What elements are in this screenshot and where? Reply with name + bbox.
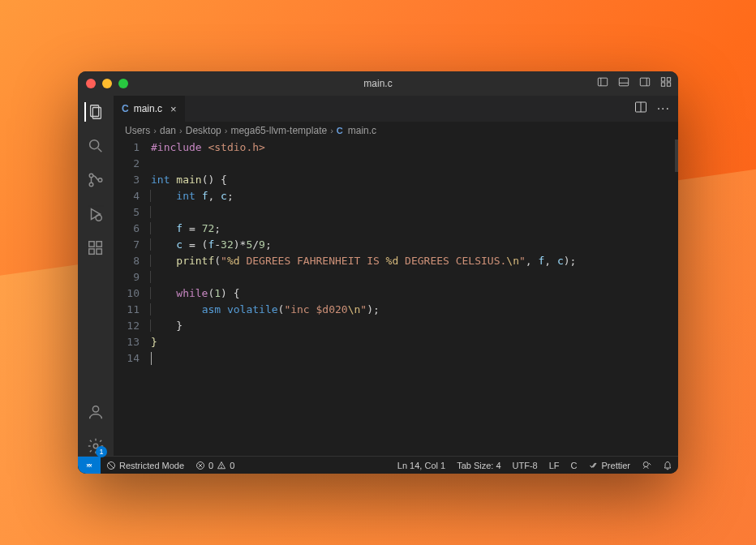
titlebar[interactable]: main.c (78, 71, 678, 96)
prettier-indicator[interactable]: Prettier (583, 461, 636, 470)
code-token: int (151, 174, 176, 186)
explorer-icon[interactable] (84, 102, 105, 122)
svg-rect-8 (661, 83, 664, 86)
breadcrumb-part[interactable]: Desktop (186, 125, 221, 136)
code-line[interactable]: int main() { (151, 172, 665, 188)
code-editor[interactable]: 1234567891011121314 #include <stdio.h> i… (114, 139, 678, 456)
code-line[interactable] (151, 269, 665, 285)
problems-indicator[interactable]: 0 0 (190, 457, 240, 474)
code-content[interactable]: #include <stdio.h> int main() { int f, c… (151, 139, 673, 456)
code-line[interactable] (151, 156, 665, 172)
chevron-right-icon: › (330, 126, 333, 135)
code-token: ); (367, 303, 380, 315)
layout-right-icon[interactable] (639, 76, 651, 91)
code-token: DEGREES CELSIUS. (398, 255, 506, 267)
line-number-gutter: 1234567891011121314 (114, 139, 151, 456)
code-line[interactable]: } (151, 318, 665, 334)
customize-layout-icon[interactable] (660, 76, 672, 91)
tab-bar: C main.c × ··· (114, 96, 678, 122)
minimize-window-button[interactable] (102, 79, 112, 88)
chevron-right-icon: › (179, 126, 183, 135)
breadcrumb-file[interactable]: main.c (348, 125, 376, 136)
scrollbar-thumb[interactable] (675, 139, 678, 172)
chevron-right-icon: › (225, 126, 228, 135)
breadcrumb-part[interactable]: mega65-llvm-template (230, 125, 327, 136)
code-line[interactable] (151, 204, 665, 221)
line-number: 7 (114, 237, 140, 253)
code-line[interactable]: int f, c; (151, 188, 665, 204)
split-editor-icon[interactable] (634, 101, 647, 117)
restricted-mode-indicator[interactable]: Restricted Mode (101, 457, 190, 474)
notifications-bell-icon[interactable] (657, 461, 678, 470)
restricted-mode-label: Restricted Mode (119, 461, 184, 470)
zoom-window-button[interactable] (118, 79, 128, 88)
extensions-icon[interactable] (86, 238, 105, 258)
line-number: 10 (114, 285, 140, 302)
code-line[interactable]: while(1) { (151, 285, 665, 302)
code-line[interactable]: asm volatile("inc $d020\n"); (151, 302, 665, 318)
encoding[interactable]: UTF-8 (507, 461, 543, 470)
line-number: 12 (114, 318, 140, 334)
vscode-window: main.c 1 C main.c (78, 71, 678, 474)
code-token: 1 (214, 287, 221, 299)
file-tab-main-c[interactable]: C main.c × (114, 96, 186, 122)
svg-rect-4 (640, 78, 649, 86)
close-tab-icon[interactable]: × (170, 103, 177, 115)
code-line[interactable]: c = (f-32)*5/9; (151, 237, 665, 253)
svg-point-16 (98, 178, 102, 182)
run-debug-icon[interactable] (86, 204, 105, 224)
accounts-icon[interactable] (86, 402, 105, 422)
source-control-icon[interactable] (86, 170, 105, 190)
tab-size[interactable]: Tab Size: 4 (451, 461, 506, 470)
eol[interactable]: LF (543, 461, 565, 470)
layout-bottom-icon[interactable] (618, 76, 629, 91)
text-cursor (151, 352, 152, 365)
line-number: 3 (114, 172, 140, 188)
code-token: f (176, 222, 183, 234)
cursor-position[interactable]: Ln 14, Col 1 (392, 461, 451, 470)
code-token: } (151, 336, 157, 348)
line-number: 8 (114, 253, 140, 269)
code-token: = ( (183, 238, 208, 251)
svg-line-13 (98, 148, 102, 152)
feedback-icon[interactable] (636, 461, 657, 470)
svg-point-12 (90, 140, 99, 149)
c-file-icon: C (122, 103, 129, 114)
c-file-icon: C (337, 126, 343, 135)
code-token: ) { (221, 287, 239, 299)
code-token: / (252, 238, 259, 251)
code-token: ( (214, 255, 221, 267)
line-number: 13 (114, 334, 140, 350)
more-actions-icon[interactable]: ··· (657, 101, 670, 116)
layout-left-icon[interactable] (597, 76, 608, 91)
svg-rect-11 (92, 108, 101, 119)
code-line[interactable] (151, 350, 665, 367)
search-icon[interactable] (86, 136, 105, 156)
code-token: } (176, 320, 183, 332)
code-token: " (519, 255, 526, 267)
language-mode[interactable]: C (565, 461, 583, 470)
code-line[interactable]: f = 72; (151, 221, 665, 237)
code-token: ); (564, 255, 577, 267)
chevron-right-icon: › (153, 126, 157, 135)
code-line[interactable]: } (151, 334, 665, 350)
window-body: 1 C main.c × ··· Users › dan › De (78, 96, 678, 456)
code-line[interactable]: #include <stdio.h> (151, 139, 665, 156)
breadcrumb-part[interactable]: dan (160, 125, 176, 136)
code-token: main (176, 174, 201, 186)
svg-rect-20 (89, 249, 94, 254)
breadcrumb-part[interactable]: Users (125, 125, 150, 136)
svg-point-18 (96, 215, 101, 221)
code-token: () { (202, 174, 227, 186)
traffic-lights (86, 79, 128, 88)
breadcrumb[interactable]: Users › dan › Desktop › mega65-llvm-temp… (114, 122, 678, 139)
line-number: 1 (114, 139, 140, 156)
remote-indicator[interactable] (78, 457, 101, 474)
code-line[interactable]: printf("%d DEGREES FAHRENHEIT IS %d DEGR… (151, 253, 665, 269)
close-window-button[interactable] (86, 79, 96, 88)
scrollbar[interactable] (673, 139, 678, 456)
svg-rect-2 (619, 78, 628, 86)
code-token: while (176, 287, 208, 299)
svg-rect-21 (97, 249, 101, 254)
svg-rect-22 (97, 242, 101, 247)
